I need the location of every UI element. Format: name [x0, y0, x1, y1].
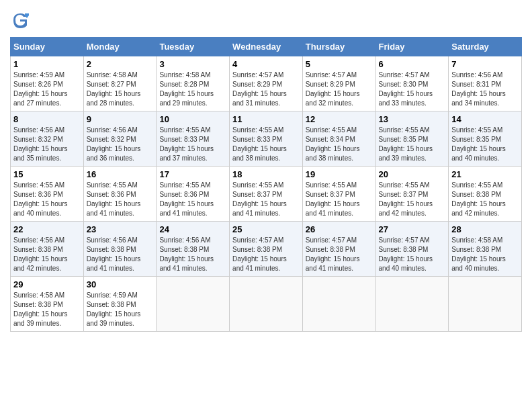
day-number: 24 [159, 224, 226, 234]
day-header: Saturday [449, 38, 522, 56]
day-number: 2 [87, 59, 154, 69]
day-number: 26 [306, 224, 373, 234]
calendar-cell [449, 277, 522, 332]
day-info: Sunrise: 4:55 AM Sunset: 8:37 PM Dayligh… [306, 181, 373, 218]
calendar-cell: 22Sunrise: 4:56 AM Sunset: 8:38 PM Dayli… [11, 222, 84, 277]
day-info: Sunrise: 4:58 AM Sunset: 8:38 PM Dayligh… [451, 236, 519, 273]
day-number: 25 [232, 224, 300, 234]
day-number: 22 [13, 224, 81, 234]
calendar-week: 1Sunrise: 4:59 AM Sunset: 8:26 PM Daylig… [11, 56, 522, 111]
calendar-cell: 19Sunrise: 4:55 AM Sunset: 8:37 PM Dayli… [302, 167, 375, 222]
calendar-cell: 26Sunrise: 4:57 AM Sunset: 8:38 PM Dayli… [302, 222, 375, 277]
day-number: 5 [306, 59, 373, 69]
day-info: Sunrise: 4:57 AM Sunset: 8:29 PM Dayligh… [306, 71, 373, 108]
calendar-cell: 14Sunrise: 4:55 AM Sunset: 8:35 PM Dayli… [449, 111, 522, 167]
day-info: Sunrise: 4:57 AM Sunset: 8:29 PM Dayligh… [232, 71, 300, 108]
day-header: Tuesday [157, 38, 230, 56]
calendar-cell: 1Sunrise: 4:59 AM Sunset: 8:26 PM Daylig… [11, 56, 84, 111]
day-number: 8 [13, 114, 81, 124]
calendar-cell: 11Sunrise: 4:55 AM Sunset: 8:33 PM Dayli… [230, 111, 303, 167]
day-info: Sunrise: 4:56 AM Sunset: 8:38 PM Dayligh… [159, 236, 226, 273]
day-info: Sunrise: 4:57 AM Sunset: 8:38 PM Dayligh… [379, 236, 446, 273]
calendar-week: 15Sunrise: 4:55 AM Sunset: 8:36 PM Dayli… [11, 167, 522, 222]
calendar-cell: 24Sunrise: 4:56 AM Sunset: 8:38 PM Dayli… [157, 222, 230, 277]
day-info: Sunrise: 4:59 AM Sunset: 8:38 PM Dayligh… [87, 291, 154, 328]
day-info: Sunrise: 4:55 AM Sunset: 8:36 PM Dayligh… [87, 181, 154, 218]
day-info: Sunrise: 4:55 AM Sunset: 8:34 PM Dayligh… [306, 126, 373, 163]
day-info: Sunrise: 4:57 AM Sunset: 8:30 PM Dayligh… [379, 71, 446, 108]
calendar-week: 29Sunrise: 4:58 AM Sunset: 8:38 PM Dayli… [11, 277, 522, 332]
calendar-cell [230, 277, 303, 332]
calendar-cell: 18Sunrise: 4:55 AM Sunset: 8:37 PM Dayli… [230, 167, 303, 222]
calendar-week: 22Sunrise: 4:56 AM Sunset: 8:38 PM Dayli… [11, 222, 522, 277]
day-info: Sunrise: 4:58 AM Sunset: 8:27 PM Dayligh… [87, 71, 154, 108]
calendar-cell: 17Sunrise: 4:55 AM Sunset: 8:36 PM Dayli… [157, 167, 230, 222]
day-info: Sunrise: 4:55 AM Sunset: 8:33 PM Dayligh… [159, 126, 226, 163]
logo [10, 10, 32, 30]
calendar-cell: 23Sunrise: 4:56 AM Sunset: 8:38 PM Dayli… [83, 222, 157, 277]
calendar-cell: 2Sunrise: 4:58 AM Sunset: 8:27 PM Daylig… [83, 56, 157, 111]
day-info: Sunrise: 4:56 AM Sunset: 8:38 PM Dayligh… [13, 236, 81, 273]
calendar-cell: 25Sunrise: 4:57 AM Sunset: 8:38 PM Dayli… [230, 222, 303, 277]
logo-icon [10, 10, 30, 30]
day-info: Sunrise: 4:56 AM Sunset: 8:32 PM Dayligh… [87, 126, 154, 163]
day-info: Sunrise: 4:55 AM Sunset: 8:38 PM Dayligh… [451, 181, 519, 218]
day-number: 30 [87, 279, 154, 289]
calendar-cell: 4Sunrise: 4:57 AM Sunset: 8:29 PM Daylig… [230, 56, 303, 111]
calendar-cell: 28Sunrise: 4:58 AM Sunset: 8:38 PM Dayli… [449, 222, 522, 277]
day-number: 1 [13, 59, 81, 69]
day-info: Sunrise: 4:55 AM Sunset: 8:36 PM Dayligh… [159, 181, 226, 218]
day-number: 20 [379, 169, 446, 179]
day-info: Sunrise: 4:55 AM Sunset: 8:36 PM Dayligh… [13, 181, 81, 218]
calendar-cell: 15Sunrise: 4:55 AM Sunset: 8:36 PM Dayli… [11, 167, 84, 222]
day-info: Sunrise: 4:56 AM Sunset: 8:31 PM Dayligh… [451, 71, 519, 108]
day-number: 29 [13, 279, 81, 289]
day-number: 14 [451, 114, 519, 124]
calendar-cell [157, 277, 230, 332]
day-number: 19 [306, 169, 373, 179]
day-info: Sunrise: 4:58 AM Sunset: 8:38 PM Dayligh… [13, 291, 81, 328]
calendar-cell: 7Sunrise: 4:56 AM Sunset: 8:31 PM Daylig… [449, 56, 522, 111]
day-number: 11 [232, 114, 300, 124]
day-info: Sunrise: 4:55 AM Sunset: 8:35 PM Dayligh… [451, 126, 519, 163]
calendar-cell: 5Sunrise: 4:57 AM Sunset: 8:29 PM Daylig… [302, 56, 375, 111]
day-number: 17 [159, 169, 226, 179]
day-info: Sunrise: 4:55 AM Sunset: 8:37 PM Dayligh… [232, 181, 300, 218]
day-header: Sunday [11, 38, 84, 56]
day-number: 28 [451, 224, 519, 234]
calendar: SundayMondayTuesdayWednesdayThursdayFrid… [10, 37, 522, 332]
day-number: 7 [451, 59, 519, 69]
day-info: Sunrise: 4:56 AM Sunset: 8:38 PM Dayligh… [87, 236, 154, 273]
calendar-cell: 3Sunrise: 4:58 AM Sunset: 8:28 PM Daylig… [157, 56, 230, 111]
day-info: Sunrise: 4:55 AM Sunset: 8:37 PM Dayligh… [379, 181, 446, 218]
day-header: Friday [375, 38, 449, 56]
day-header: Monday [83, 38, 157, 56]
calendar-cell: 6Sunrise: 4:57 AM Sunset: 8:30 PM Daylig… [375, 56, 449, 111]
day-number: 12 [306, 114, 373, 124]
day-number: 15 [13, 169, 81, 179]
day-info: Sunrise: 4:57 AM Sunset: 8:38 PM Dayligh… [232, 236, 300, 273]
calendar-cell: 29Sunrise: 4:58 AM Sunset: 8:38 PM Dayli… [11, 277, 84, 332]
day-info: Sunrise: 4:55 AM Sunset: 8:35 PM Dayligh… [379, 126, 446, 163]
day-info: Sunrise: 4:56 AM Sunset: 8:32 PM Dayligh… [13, 126, 81, 163]
day-info: Sunrise: 4:55 AM Sunset: 8:33 PM Dayligh… [232, 126, 300, 163]
calendar-cell: 21Sunrise: 4:55 AM Sunset: 8:38 PM Dayli… [449, 167, 522, 222]
day-number: 21 [451, 169, 519, 179]
calendar-cell [375, 277, 449, 332]
day-number: 13 [379, 114, 446, 124]
day-number: 3 [159, 59, 226, 69]
calendar-cell: 13Sunrise: 4:55 AM Sunset: 8:35 PM Dayli… [375, 111, 449, 167]
calendar-cell: 10Sunrise: 4:55 AM Sunset: 8:33 PM Dayli… [157, 111, 230, 167]
day-header: Thursday [302, 38, 375, 56]
day-number: 27 [379, 224, 446, 234]
calendar-cell [302, 277, 375, 332]
calendar-cell: 30Sunrise: 4:59 AM Sunset: 8:38 PM Dayli… [83, 277, 157, 332]
day-number: 16 [87, 169, 154, 179]
day-info: Sunrise: 4:58 AM Sunset: 8:28 PM Dayligh… [159, 71, 226, 108]
calendar-cell: 9Sunrise: 4:56 AM Sunset: 8:32 PM Daylig… [83, 111, 157, 167]
day-info: Sunrise: 4:57 AM Sunset: 8:38 PM Dayligh… [306, 236, 373, 273]
day-info: Sunrise: 4:59 AM Sunset: 8:26 PM Dayligh… [13, 71, 81, 108]
day-number: 18 [232, 169, 300, 179]
calendar-cell: 16Sunrise: 4:55 AM Sunset: 8:36 PM Dayli… [83, 167, 157, 222]
calendar-cell: 8Sunrise: 4:56 AM Sunset: 8:32 PM Daylig… [11, 111, 84, 167]
